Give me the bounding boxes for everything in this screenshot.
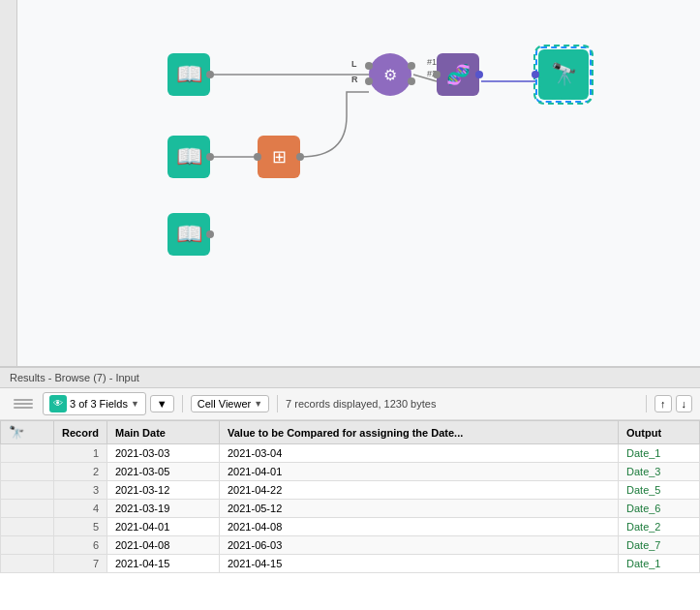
cell-output: Date_7 [619, 536, 700, 555]
cell-output: Date_6 [619, 500, 700, 518]
table-row[interactable]: 42021-03-192021-05-12Date_6 [1, 500, 700, 518]
book-icon-3: 📖 [176, 222, 202, 247]
node-dynamic-input[interactable]: ⊞ [258, 136, 300, 178]
results-table-wrapper[interactable]: 🔭 Record Main Date Value to be Compared … [0, 420, 700, 610]
cell-record: 7 [54, 555, 107, 573]
down-arrow-icon: ↓ [682, 398, 687, 410]
fields-chevron-icon: ▼ [131, 399, 139, 409]
cell-icon [1, 444, 54, 463]
port-join-right-1 [408, 62, 415, 70]
port-book2-right [206, 153, 214, 161]
scroll-up-button[interactable]: ↑ [654, 395, 672, 412]
cell-viewer-button[interactable]: Cell Viewer ▼ [191, 395, 269, 412]
cell-output: Date_1 [619, 444, 700, 463]
table-header-row: 🔭 Record Main Date Value to be Compared … [1, 421, 700, 444]
col-header-output[interactable]: Output [619, 421, 700, 444]
separator-2 [277, 395, 278, 412]
port-join-left-R [365, 77, 373, 85]
col-header-main-date[interactable]: Main Date [107, 421, 220, 444]
table-row[interactable]: 62021-04-082021-06-03Date_7 [1, 536, 700, 555]
node-formula[interactable]: 🧬 [437, 53, 479, 96]
separator-3 [646, 395, 647, 412]
book-icon-1: 📖 [176, 62, 202, 87]
cell-main-date: 2021-04-08 [107, 536, 220, 555]
table-body: 12021-03-032021-03-04Date_122021-03-0520… [1, 444, 700, 573]
separator-1 [182, 395, 183, 412]
port-book3-right [206, 230, 214, 238]
port-dna-left [433, 71, 441, 78]
node-book-1[interactable]: 📖 [167, 53, 210, 96]
cell-value: 2021-04-01 [220, 463, 619, 481]
input-icon: ⊞ [272, 146, 287, 168]
join-label-1: #1 [427, 57, 437, 67]
cell-icon [1, 500, 54, 518]
cell-record: 1 [54, 444, 107, 463]
fields-down-button[interactable]: ▼ [150, 395, 174, 412]
cell-value: 2021-03-04 [220, 444, 619, 463]
join-label-L: L [351, 59, 357, 69]
col-header-record[interactable]: Record [54, 421, 107, 444]
cell-record: 4 [54, 500, 107, 518]
cell-output: Date_3 [619, 463, 700, 481]
cell-icon [1, 463, 54, 481]
cell-output: Date_2 [619, 518, 700, 536]
cell-main-date: 2021-04-01 [107, 518, 220, 536]
table-row[interactable]: 12021-03-032021-03-04Date_1 [1, 444, 700, 463]
canvas-area[interactable]: 📖 📖 ⊞ [0, 0, 700, 368]
workflow-canvas[interactable]: 📖 📖 ⊞ [17, 0, 700, 366]
port-input-left [254, 153, 261, 161]
cell-viewer-label: Cell Viewer [198, 398, 251, 410]
scroll-down-button[interactable]: ↓ [676, 395, 693, 412]
port-join-right-2 [408, 77, 415, 85]
left-sidebar [0, 0, 17, 366]
cell-icon [1, 555, 54, 573]
results-toolbar: 👁 3 of 3 Fields ▼ ▼ Cell Viewer ▼ 7 reco… [0, 388, 700, 420]
cell-main-date: 2021-04-15 [107, 555, 220, 573]
cell-output: Date_5 [619, 481, 700, 500]
join-icon: ⚙ [383, 66, 397, 84]
join-label-R: R [351, 75, 358, 84]
row-icon: 🔭 [9, 425, 24, 440]
node-join[interactable]: ⚙ L R #1 #2 [369, 53, 411, 96]
port-join-left-L [365, 62, 373, 70]
table-row[interactable]: 22021-03-052021-04-01Date_3 [1, 463, 700, 481]
dna-icon: 🧬 [446, 63, 471, 86]
table-row[interactable]: 32021-03-122021-04-22Date_5 [1, 481, 700, 500]
table-row[interactable]: 72021-04-152021-04-15Date_1 [1, 555, 700, 573]
port-browse-left [532, 71, 539, 78]
drag-handle [8, 395, 39, 412]
results-header-text: Results - Browse (7) - Input [10, 372, 139, 383]
port-input-right [296, 153, 304, 161]
fields-selector-button[interactable]: 👁 3 of 3 Fields ▼ [43, 392, 146, 415]
cell-record: 2 [54, 463, 107, 481]
cell-main-date: 2021-03-19 [107, 500, 220, 518]
cell-icon [1, 536, 54, 555]
cell-record: 6 [54, 536, 107, 555]
connections-svg [17, 0, 700, 366]
table-row[interactable]: 52021-04-012021-04-08Date_2 [1, 518, 700, 536]
cell-value: 2021-04-15 [220, 555, 619, 573]
results-header: Results - Browse (7) - Input [0, 368, 700, 388]
cell-value: 2021-04-08 [220, 518, 619, 536]
port-book1-right [206, 71, 214, 78]
cell-main-date: 2021-03-05 [107, 463, 220, 481]
book-icon-2: 📖 [176, 144, 202, 169]
records-info: 7 records displayed, 1230 bytes [286, 398, 638, 410]
cell-icon [1, 481, 54, 500]
results-panel: Results - Browse (7) - Input 👁 3 of 3 Fi… [0, 368, 700, 610]
results-table: 🔭 Record Main Date Value to be Compared … [0, 420, 700, 573]
node-browse[interactable]: 🔭 [535, 46, 592, 103]
col-header-icon: 🔭 [1, 421, 54, 444]
cell-value: 2021-05-12 [220, 500, 619, 518]
cell-record: 5 [54, 518, 107, 536]
cell-main-date: 2021-03-12 [107, 481, 220, 500]
node-book-2[interactable]: 📖 [167, 136, 210, 178]
cell-main-date: 2021-03-03 [107, 444, 220, 463]
fields-bino-icon: 👁 [49, 395, 67, 412]
app-container: 📖 📖 ⊞ [0, 0, 700, 610]
cell-viewer-chevron-icon: ▼ [254, 399, 262, 409]
node-book-3[interactable]: 📖 [167, 213, 210, 256]
col-header-value[interactable]: Value to be Compared for assigning the D… [220, 421, 619, 444]
fields-label: 3 of 3 Fields [70, 398, 128, 410]
cell-record: 3 [54, 481, 107, 500]
